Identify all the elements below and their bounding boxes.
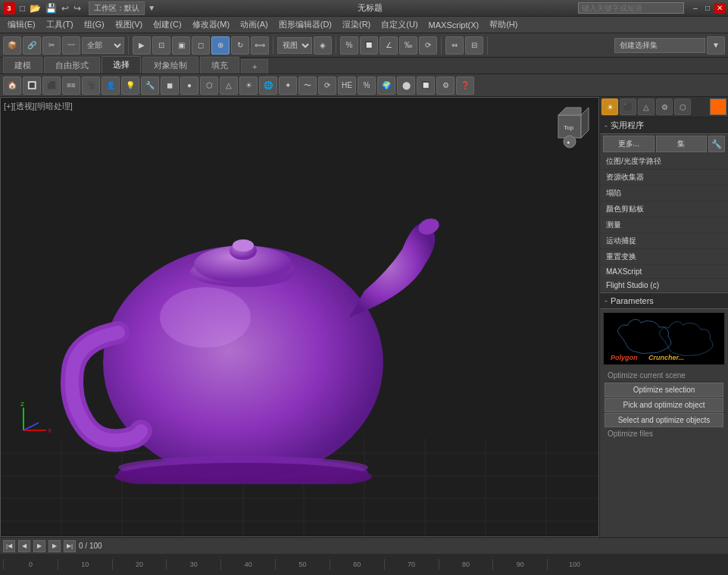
tb2-obj10[interactable]: ● (180, 77, 198, 95)
tb2-obj12[interactable]: △ (220, 77, 238, 95)
tb2-obj15[interactable]: ✦ (279, 77, 297, 95)
tb2-obj18[interactable]: HE (338, 77, 356, 95)
utilities-section-header[interactable]: - 实用程序 (600, 117, 728, 134)
util-measure[interactable]: 测量 (600, 217, 728, 233)
util-motion-capture[interactable]: 运动捕捉 (600, 233, 728, 249)
anim-prev-frame[interactable]: |◀ (3, 540, 15, 552)
named-selection-dropdown[interactable]: 创建选择集 (614, 38, 705, 53)
tb-select-region[interactable]: ⊡ (152, 36, 170, 55)
util-bitmap-path[interactable]: 位图/光度学路径 (600, 154, 728, 170)
search-input[interactable] (578, 2, 684, 14)
workspace-arrow[interactable]: ▼ (148, 4, 155, 12)
tb-select[interactable]: ▶ (133, 36, 151, 55)
rp-color-swatch[interactable] (710, 98, 726, 115)
pick-optimize-btn[interactable]: Pick and optimize object (605, 398, 723, 412)
tb-select-obj[interactable]: 📦 (3, 36, 21, 55)
tb-link[interactable]: 🔗 (23, 36, 41, 55)
tb2-obj3[interactable]: ⬛ (42, 77, 61, 95)
util-asset-browser[interactable]: 资源收集器 (600, 170, 728, 186)
maximize-button[interactable]: □ (702, 3, 713, 14)
menu-modifiers[interactable]: 修改器(M) (188, 17, 235, 32)
set-button[interactable]: 集 (656, 136, 708, 152)
menu-help[interactable]: 帮助(H) (485, 17, 522, 32)
tb-percent[interactable]: % (340, 36, 358, 55)
rp-tab-utilities[interactable]: ☀ (601, 98, 618, 115)
tb2-obj14[interactable]: 🌐 (259, 77, 277, 95)
tb2-obj2[interactable]: 🔳 (23, 77, 41, 95)
tb-window-crossing[interactable]: ▣ (172, 36, 190, 55)
util-maxscript[interactable]: MAXScript (600, 265, 728, 279)
minimize-button[interactable]: – (690, 3, 701, 14)
tb2-obj22[interactable]: 🔲 (417, 77, 435, 95)
rp-tab-motion[interactable]: △ (638, 98, 655, 115)
rp-tab-modifier[interactable]: ⬡ (674, 98, 691, 115)
tb-move[interactable]: ⊕ (211, 36, 230, 55)
params-section-header[interactable]: - Parameters (600, 293, 728, 309)
tb2-obj4[interactable]: ≡≡ (62, 77, 80, 95)
anim-next-frame[interactable]: ▶| (64, 540, 76, 552)
save-icon[interactable]: 💾 (44, 3, 58, 14)
tb2-obj13[interactable]: ☀ (239, 77, 258, 95)
tb2-obj9[interactable]: ◼ (161, 77, 179, 95)
tb-percent-snap[interactable]: ‰ (399, 36, 417, 55)
new-icon[interactable]: □ (18, 3, 27, 14)
tab-obj-paint[interactable]: 对象绘制 (142, 57, 198, 73)
view-dropdown[interactable]: 视图 屏幕 世界 (277, 37, 312, 54)
tb2-obj17[interactable]: ⟳ (318, 77, 336, 95)
tb2-obj5[interactable]: 🎥 (82, 77, 100, 95)
anim-play[interactable]: ▶ (33, 540, 45, 552)
tab-add[interactable]: + (241, 59, 268, 73)
anim-prev-key[interactable]: ◀ (18, 540, 30, 552)
tb2-obj1[interactable]: 🏠 (3, 77, 21, 95)
rp-tab-hierarchy[interactable]: ⚙ (656, 98, 673, 115)
util-flight-studio[interactable]: Flight Studio (c) (600, 279, 728, 292)
menu-edit[interactable]: 编辑(E) (3, 17, 40, 32)
tb-bind-to-space[interactable]: 〰 (62, 36, 80, 55)
tb-rotate[interactable]: ↻ (231, 36, 249, 55)
menu-customize[interactable]: 自定义(U) (376, 17, 422, 32)
menu-maxscript[interactable]: MAXScript(X) (424, 19, 484, 31)
close-button[interactable]: ✕ (714, 3, 725, 14)
rp-tab-display[interactable]: ⬛ (620, 98, 636, 115)
utility-icon-button[interactable]: 🔧 (708, 136, 725, 152)
tab-selection[interactable]: 选择 (102, 56, 141, 73)
tb2-obj16[interactable]: 〜 (298, 77, 317, 95)
menu-animation[interactable]: 动画(A) (236, 17, 273, 32)
more-button[interactable]: 更多... (603, 136, 655, 152)
tb-fence-selection[interactable]: ◻ (192, 36, 210, 55)
tb2-obj20[interactable]: 🌍 (377, 77, 395, 95)
tb-spinner-snap[interactable]: ⟳ (419, 36, 437, 55)
optimize-selection-btn[interactable]: Optimize selection (605, 383, 723, 397)
timeline[interactable]: 0 10 20 30 40 50 60 70 80 90 100 (0, 554, 728, 575)
open-icon[interactable]: 📂 (28, 3, 42, 14)
workspace-dropdown[interactable]: 工作区：默认 (89, 2, 145, 15)
tb-pivot[interactable]: ◈ (314, 36, 332, 55)
tb-unlink[interactable]: ✂ (42, 36, 61, 55)
viewcube[interactable]: Top ● (547, 104, 592, 149)
util-color-clipboard[interactable]: 颜色剪贴板 (600, 202, 728, 217)
timeline-track[interactable]: 0 10 20 30 40 50 60 70 80 90 100 (3, 554, 601, 575)
tb2-obj24[interactable]: ❓ (456, 77, 474, 95)
tb2-obj23[interactable]: ⚙ (436, 77, 455, 95)
util-collapse[interactable]: 塌陷 (600, 186, 728, 202)
menu-graph-editors[interactable]: 图形编辑器(D) (274, 17, 336, 32)
tb2-obj8[interactable]: 🔧 (141, 77, 159, 95)
tb-angle-snap[interactable]: ∠ (380, 36, 398, 55)
viewport[interactable]: [+][透视][明暗处理] (0, 97, 599, 537)
tab-populate[interactable]: 填充 (200, 57, 239, 73)
undo-icon[interactable]: ↩ (60, 3, 70, 14)
menu-tools[interactable]: 工具(T) (42, 17, 78, 32)
tb2-obj19[interactable]: % (358, 77, 376, 95)
util-reset-xform[interactable]: 重置变换 (600, 249, 728, 265)
menu-create[interactable]: 创建(C) (148, 17, 186, 32)
tb2-obj7[interactable]: 💡 (121, 77, 139, 95)
tb2-obj6[interactable]: 👤 (102, 77, 120, 95)
selection-filter-dropdown[interactable]: 全部 几何体 图形 (82, 37, 124, 54)
anim-next-key[interactable]: ▶ (48, 540, 61, 552)
tb2-obj11[interactable]: ⬡ (200, 77, 218, 95)
tb-align[interactable]: ⊟ (465, 36, 483, 55)
menu-view[interactable]: 视图(V) (111, 17, 148, 32)
tb-snap-toggle[interactable]: 🔲 (360, 36, 378, 55)
tb-mirror[interactable]: ⇔ (445, 36, 464, 55)
tb-scale[interactable]: ⟺ (251, 36, 269, 55)
